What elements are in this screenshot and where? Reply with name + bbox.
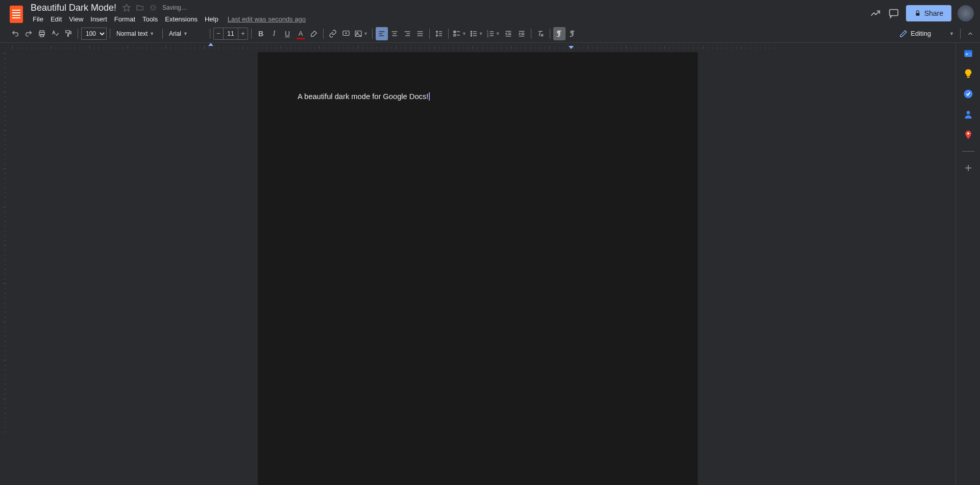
maps-icon[interactable] (963, 130, 973, 140)
account-avatar[interactable] (958, 5, 974, 21)
decrease-indent-button[interactable] (502, 27, 514, 40)
svg-text:3: 3 (487, 35, 488, 37)
add-addon-icon[interactable] (963, 163, 973, 173)
separator (210, 29, 210, 39)
main-area: A beautiful dark mode for Google Docs! (0, 43, 980, 485)
tasks-icon[interactable] (963, 89, 973, 99)
rtl-direction-button[interactable] (567, 27, 579, 40)
menu-help[interactable]: Help (202, 14, 222, 24)
ltr-direction-button[interactable] (553, 27, 566, 40)
menu-edit[interactable]: Edit (47, 14, 65, 24)
zoom-select[interactable]: 100% (81, 28, 107, 40)
document-page[interactable]: A beautiful dark mode for Google Docs! (258, 52, 698, 485)
contacts-icon[interactable] (963, 109, 973, 119)
canvas-area: A beautiful dark mode for Google Docs! (0, 43, 955, 485)
separator (110, 29, 110, 39)
paint-format-button[interactable] (62, 27, 75, 40)
italic-button[interactable]: I (268, 27, 280, 40)
menu-tools[interactable]: Tools (139, 14, 161, 24)
align-justify-button[interactable] (414, 27, 426, 40)
separator (429, 29, 430, 39)
align-left-button[interactable] (376, 27, 388, 40)
bullet-list-button[interactable]: ▼ (469, 27, 484, 40)
bold-button[interactable]: B (255, 27, 267, 40)
text-cursor (429, 92, 430, 101)
svg-rect-1 (889, 10, 898, 16)
separator (448, 29, 449, 39)
toolbar: 100% Normal text▼ Arial▼ − + B I U A ▼ ▼… (0, 25, 980, 43)
separator (960, 29, 961, 39)
svg-point-30 (471, 33, 472, 34)
activity-icon[interactable] (869, 7, 881, 19)
left-indent-marker[interactable] (208, 43, 213, 46)
align-right-button[interactable] (401, 27, 413, 40)
font-size-group: − + (213, 28, 248, 40)
align-center-button[interactable] (388, 27, 401, 40)
menu-file[interactable]: File (30, 14, 46, 24)
svg-point-31 (471, 35, 472, 36)
menu-view[interactable]: View (66, 14, 86, 24)
underline-button[interactable]: U (281, 27, 293, 40)
insert-image-button[interactable]: ▼ (353, 27, 369, 40)
svg-rect-52 (964, 50, 972, 52)
add-comment-button[interactable] (340, 27, 352, 40)
keep-icon[interactable] (963, 68, 973, 79)
lock-icon (914, 10, 921, 17)
calendar-icon[interactable] (963, 48, 973, 58)
horizontal-ruler[interactable] (8, 43, 955, 49)
increase-font-button[interactable]: + (238, 28, 248, 39)
header-bar: Beautiful Dark Mode! Saving… File Edit V… (0, 0, 980, 25)
align-group (376, 27, 426, 40)
editing-mode-select[interactable]: Editing ▼ (896, 29, 957, 39)
star-icon[interactable] (122, 4, 131, 12)
chevron-down-icon: ▼ (496, 31, 500, 36)
comments-icon[interactable] (888, 7, 900, 19)
decrease-font-button[interactable]: − (214, 28, 223, 39)
font-select[interactable]: Arial▼ (166, 29, 207, 38)
last-edit-link[interactable]: Last edit was seconds ago (228, 15, 306, 23)
chevron-down-icon: ▼ (363, 31, 368, 36)
chevron-down-icon: ▼ (479, 31, 483, 36)
page-container: A beautiful dark mode for Google Docs! (258, 52, 698, 485)
chevron-down-icon: ▼ (150, 31, 154, 36)
share-button[interactable]: Share (906, 5, 951, 21)
docs-icon (10, 6, 23, 23)
saving-status: Saving… (162, 4, 187, 11)
numbered-list-button[interactable]: 123▼ (485, 27, 501, 40)
spellcheck-button[interactable] (49, 27, 61, 40)
separator (531, 29, 531, 39)
text-color-button[interactable]: A (295, 27, 307, 40)
increase-indent-button[interactable] (516, 27, 528, 40)
paragraph-style-select[interactable]: Normal text▼ (113, 29, 159, 38)
side-panel-divider (962, 151, 974, 152)
title-area: Beautiful Dark Mode! Saving… File Edit V… (30, 2, 869, 25)
line-spacing-button[interactable] (433, 27, 445, 40)
separator (162, 29, 163, 39)
menu-format[interactable]: Format (111, 14, 138, 24)
redo-button[interactable] (22, 27, 35, 40)
separator (372, 29, 373, 39)
document-title[interactable]: Beautiful Dark Mode! (30, 3, 117, 13)
collapse-toolbar-button[interactable] (964, 30, 977, 37)
vertical-ruler[interactable] (0, 49, 8, 485)
move-icon[interactable] (136, 4, 144, 12)
checklist-button[interactable]: ▼ (452, 27, 468, 40)
print-button[interactable] (36, 27, 48, 40)
menu-insert[interactable]: Insert (87, 14, 110, 24)
insert-link-button[interactable] (327, 27, 339, 40)
svg-point-57 (967, 132, 969, 134)
menu-extensions[interactable]: Extensions (162, 14, 201, 24)
chevron-down-icon: ▼ (949, 31, 954, 36)
chevron-down-icon: ▼ (462, 31, 467, 36)
app-logo[interactable] (6, 4, 27, 25)
separator (550, 29, 550, 39)
font-size-input[interactable] (223, 28, 238, 39)
svg-marker-0 (123, 4, 130, 11)
undo-button[interactable] (9, 27, 21, 40)
clear-formatting-button[interactable] (534, 27, 547, 40)
share-label: Share (924, 9, 943, 17)
body-text: A beautiful dark mode for Google Docs! (298, 92, 428, 101)
menu-bar: File Edit View Insert Format Tools Exten… (30, 13, 869, 25)
cloud-status-icon[interactable] (149, 4, 157, 12)
highlight-button[interactable] (308, 27, 320, 40)
